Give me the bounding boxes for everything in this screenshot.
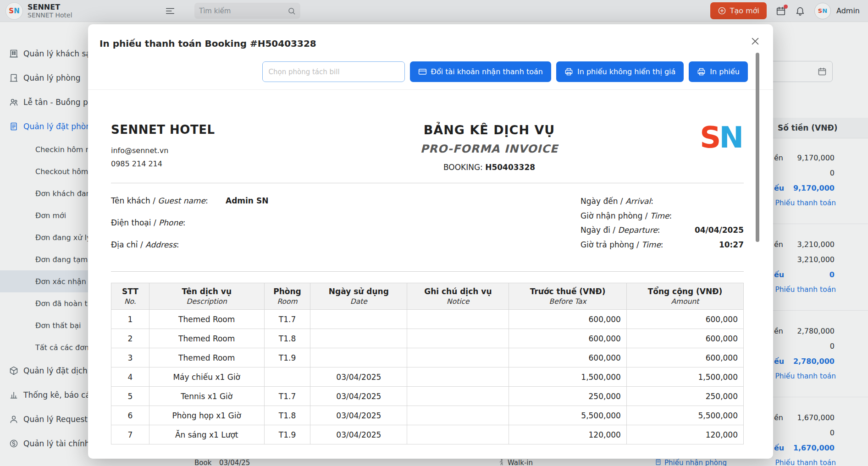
invoice-cell: 5 — [111, 387, 149, 406]
invoice-cell: 1 — [111, 310, 149, 329]
invoice-column-header: Tổng cộng (VNĐ)Amount — [626, 283, 743, 310]
invoice-cell — [407, 310, 509, 329]
invoice-cell — [407, 425, 509, 444]
invoice-cell — [407, 348, 509, 367]
invoice-row: 1Themed RoomT1.7600,000600,000 — [111, 310, 744, 329]
hotel-name: SENNET HOTEL — [111, 123, 308, 137]
stay-info-row: Giờ nhận phòng / Time: — [581, 209, 744, 224]
button-label: In phiếu không hiển thị giá — [577, 67, 675, 76]
invoice-cell: 7 — [111, 425, 149, 444]
booking-label: BOOKING: — [443, 163, 483, 172]
invoice-row: 2Themed RoomT1.8600,000600,000 — [111, 329, 744, 348]
printer-icon — [564, 67, 573, 76]
info-label: Ngày đi / Departure: — [581, 223, 660, 238]
stay-info-row: Ngày đi / Departure:04/04/2025 — [581, 223, 744, 238]
print-invoice-modal: In phiếu thanh toán Booking #H50403328 Đ… — [88, 24, 773, 459]
invoice-cell: 600,000 — [509, 310, 626, 329]
invoice-cell: 120,000 — [626, 425, 743, 444]
invoice-cell: 600,000 — [626, 329, 743, 348]
invoice-cell: 03/04/2025 — [310, 406, 407, 425]
info-label: Điện thoại / Phone: — [111, 216, 226, 229]
invoice-cell: 4 — [111, 367, 149, 387]
invoice-cell: 03/04/2025 — [310, 367, 407, 387]
invoice-logo-s: S — [700, 121, 721, 154]
invoice-cell: 250,000 — [626, 387, 743, 406]
invoice-cell: Themed Room — [149, 310, 264, 329]
modal-action-button[interactable]: Đổi tài khoản nhận thanh toán — [410, 61, 551, 82]
invoice-logo: SN — [670, 123, 744, 172]
info-label: Ngày đến / Arrival: — [581, 194, 653, 209]
invoice-cell — [264, 367, 310, 387]
invoice-cell: Phòng họp x1 Giờ — [149, 406, 264, 425]
invoice-cell: 03/04/2025 — [310, 425, 407, 444]
guest-info: Tên khách / Guest name:Admin SNĐiện thoạ… — [111, 194, 414, 260]
invoice-cell — [407, 367, 509, 387]
guest-and-stay-info: Tên khách / Guest name:Admin SNĐiện thoạ… — [111, 194, 744, 260]
invoice-cell: 600,000 — [509, 329, 626, 348]
stay-info-row: Giờ trả phòng / Time:10:27 — [581, 238, 744, 252]
invoice-cell: Themed Room — [149, 348, 264, 367]
invoice-row: 3Themed RoomT1.9600,000600,000 — [111, 348, 744, 367]
invoice-cell: 5,500,000 — [509, 406, 626, 425]
button-label: Đổi tài khoản nhận thanh toán — [431, 67, 543, 76]
invoice-cell — [407, 329, 509, 348]
invoice-cell: T1.7 — [264, 310, 310, 329]
invoice-column-header: Ghi chú dịch vụNotice — [407, 283, 509, 310]
invoice-scroll-area: SENNET HOTEL info@sennet.vn 0985 214 214… — [88, 89, 773, 459]
info-value: 04/04/2025 — [695, 223, 744, 238]
invoice-cell: T1.8 — [264, 406, 310, 425]
invoice-cell — [310, 329, 407, 348]
invoice-cell: 1,500,000 — [509, 367, 626, 387]
modal-action-button[interactable]: In phiếu không hiển thị giá — [556, 61, 684, 82]
hotel-info: SENNET HOTEL info@sennet.vn 0985 214 214 — [111, 123, 308, 172]
invoice-cell: Tennis x1 Giờ — [149, 387, 264, 406]
invoice-cell: 1,500,000 — [626, 367, 743, 387]
invoice-cell — [310, 310, 407, 329]
invoice-cell: 250,000 — [509, 387, 626, 406]
invoice-table: STTNo.Tên dịch vụDescriptionPhòngRoomNgà… — [111, 283, 744, 444]
divider — [111, 271, 744, 272]
invoice-title-en: PRO-FORMA INVOICE — [308, 143, 670, 155]
modal-action-button[interactable]: In phiếu — [689, 61, 748, 82]
stay-info: Ngày đến / Arrival:Giờ nhận phòng / Time… — [581, 194, 744, 260]
invoice-cell: Themed Room — [149, 329, 264, 348]
invoice-cell: 120,000 — [509, 425, 626, 444]
invoice-row: 4Máy chiếu x1 Giờ03/04/20251,500,0001,50… — [111, 367, 744, 387]
invoice-column-header: PhòngRoom — [264, 283, 310, 310]
booking-code-line: BOOKING: H50403328 — [308, 163, 670, 172]
modal-title: In phiếu thanh toán Booking #H50403328 — [100, 38, 316, 49]
close-icon[interactable] — [750, 36, 760, 46]
info-value: 10:27 — [719, 238, 744, 252]
invoice-cell: Máy chiếu x1 Giờ — [149, 367, 264, 387]
invoice-cell: 03/04/2025 — [310, 387, 407, 406]
invoice-row: 7Ăn sáng x1 LượtT1.903/04/2025120,000120… — [111, 425, 744, 444]
modal-scrollbar-thumb[interactable] — [756, 53, 759, 242]
invoice-row: 5Tennis x1 GiờT1.703/04/2025250,000250,0… — [111, 387, 744, 406]
booking-code: H50403328 — [485, 163, 535, 172]
invoice-cell: 2 — [111, 329, 149, 348]
guest-info-row: Địa chỉ / Address: — [111, 238, 414, 251]
invoice-cell: Ăn sáng x1 Lượt — [149, 425, 264, 444]
invoice-cell: T1.9 — [264, 425, 310, 444]
split-bill-input[interactable] — [262, 61, 405, 82]
invoice-cell: T1.8 — [264, 329, 310, 348]
info-label: Giờ trả phòng / Time: — [581, 238, 663, 252]
invoice-row: 6Phòng họp x1 GiờT1.803/04/20255,500,000… — [111, 406, 744, 425]
invoice-cell: T1.9 — [264, 348, 310, 367]
guest-info-row: Điện thoại / Phone: — [111, 216, 414, 229]
invoice-titles: BẢNG KÊ DỊCH VỤ PRO-FORMA INVOICE BOOKIN… — [308, 123, 670, 172]
info-label: Giờ nhận phòng / Time: — [581, 209, 672, 224]
invoice-column-header: Tên dịch vụDescription — [149, 283, 264, 310]
invoice-cell: 600,000 — [509, 348, 626, 367]
invoice-cell: 600,000 — [626, 348, 743, 367]
card-icon — [418, 67, 427, 76]
info-value: Admin SN — [226, 196, 268, 205]
invoice-column-header: Trước thuế (VNĐ)Before Tax — [509, 283, 626, 310]
invoice-cell: 3 — [111, 348, 149, 367]
invoice-cell: 600,000 — [626, 310, 743, 329]
info-label: Địa chỉ / Address: — [111, 238, 226, 251]
invoice-column-header: STTNo. — [111, 283, 149, 310]
modal-toolbar: Đổi tài khoản nhận thanh toánIn phiếu kh… — [88, 61, 773, 82]
invoice-logo-n: N — [719, 121, 744, 154]
invoice-header: SENNET HOTEL info@sennet.vn 0985 214 214… — [111, 123, 744, 172]
